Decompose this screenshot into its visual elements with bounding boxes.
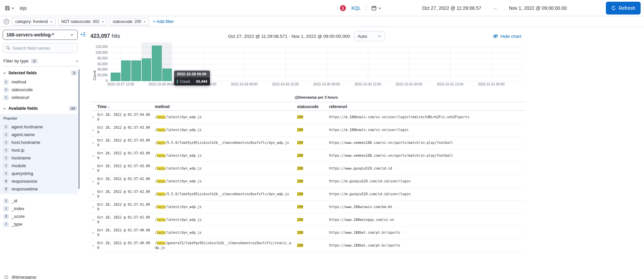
field-item[interactable]: tagent.hostname (0, 123, 78, 131)
field-item[interactable]: #responsesize (0, 177, 78, 185)
histogram-bar[interactable] (121, 60, 131, 81)
field-item[interactable]: tmodule (0, 162, 78, 170)
row-expand-toggle[interactable]: › (90, 176, 97, 186)
filter-pill[interactable]: NOT statuscode: 302× (58, 18, 107, 25)
filter-pill[interactable]: category: frontend× (12, 18, 55, 25)
query-bar: 1 KQL Oct 27, 2022 @ 11:29:08.57 → Nov 1… (0, 0, 644, 16)
y-axis-tick: 60,000 (87, 62, 108, 66)
field-item[interactable]: thost.ip (0, 146, 78, 154)
date-range-start[interactable]: Oct 27, 2022 @ 11:29:08.57 (422, 5, 481, 11)
date-picker-button[interactable] (370, 5, 383, 11)
field-name: _type (11, 222, 22, 227)
selected-fields-header[interactable]: Selected fields 3 (3, 71, 77, 75)
row-expand-toggle[interactable]: › (90, 151, 97, 160)
add-filter-button[interactable]: + Add filter (153, 19, 174, 24)
cell-method: /iojs/latest/dyn_wdp.js (155, 177, 297, 185)
field-item[interactable]: tstatuscode (0, 86, 87, 94)
chevron-down-icon (11, 6, 15, 10)
field-item[interactable]: thost.hostname (0, 138, 78, 146)
table-row: ›Oct 28, 2022 @ 01:37:41.000/iojs/latest… (90, 201, 526, 213)
tooltip-row: Count 43,444 (174, 77, 210, 85)
cell-method: /iojs/latest/dyn_wdp.js (155, 164, 297, 173)
highlighted-term: iojs (157, 218, 165, 222)
highlighted-term: iojs (157, 205, 165, 209)
sidebar: 188-servers-weblog-* Filter by type 0 Se… (0, 27, 87, 279)
row-expand-toggle[interactable]: › (90, 202, 97, 212)
remove-filter-icon[interactable]: × (50, 20, 52, 24)
column-header-time[interactable]: Time ↓ (97, 102, 155, 111)
field-search-input[interactable] (12, 46, 75, 51)
divider (366, 4, 367, 12)
field-item[interactable]: tagent.name (0, 131, 78, 138)
row-expand-toggle[interactable]: › (90, 240, 97, 250)
x-axis-tick: 2022-11-01 00:00 (478, 82, 504, 86)
row-expand-toggle[interactable]: › (90, 228, 97, 237)
row-expand-toggle[interactable]: › (90, 138, 97, 148)
saved-query-button[interactable] (3, 4, 16, 12)
field-item[interactable]: t_index (0, 205, 87, 212)
date-range-end[interactable]: Nov 1, 2022 @ 09:00:00.00 (509, 5, 567, 11)
histogram-bar[interactable] (142, 58, 152, 81)
footer-fields-list: @timestamp (0, 273, 87, 279)
histogram-bar[interactable] (152, 46, 162, 81)
row-expand-toggle[interactable]: › (90, 112, 97, 122)
table-row: ›Oct 28, 2022 @ 01:37:42.000/iojs/latest… (90, 175, 526, 188)
field-type-badge: t (3, 198, 9, 204)
cell-method: /iojs/latest/dyn_wdp.js (155, 216, 297, 224)
histogram-bar[interactable] (111, 73, 120, 81)
cell-refererurl: https://m.gunqiu520.com/id-id/user/login (329, 177, 526, 185)
cell-statuscode: 200 (297, 126, 329, 134)
cell-time: Oct 28, 2022 @ 01:37:41.000 (97, 201, 155, 213)
tooltip-header: 2022-10-28 00:00 (174, 71, 210, 77)
gridline (110, 58, 522, 59)
cell-refererurl: https://m.gunqiu520.com/id-id/user/login (329, 190, 526, 198)
index-pattern-select[interactable]: 188-servers-weblog-* (3, 30, 78, 40)
collapse-sidebar-button[interactable] (80, 32, 86, 37)
kql-button[interactable]: KQL (349, 5, 363, 11)
filter-menu-button[interactable] (3, 19, 9, 25)
column-header-statuscode[interactable]: statuscode (297, 102, 329, 111)
expand-row-icon: › (92, 192, 94, 197)
column-title-time: Time (97, 104, 107, 109)
sidebar-scrollbar[interactable] (78, 69, 80, 189)
filter-pill[interactable]: statuscode: 200× (110, 18, 149, 25)
field-type-badge: t (3, 124, 9, 130)
highlighted-term: iojs (157, 154, 165, 157)
field-item[interactable]: trefererurl (0, 94, 87, 101)
row-expand-toggle[interactable]: › (90, 215, 97, 225)
field-item[interactable]: @timestamp (0, 273, 87, 279)
gridline (327, 45, 327, 81)
remove-filter-icon[interactable]: × (144, 20, 146, 24)
available-fields-header[interactable]: Available fields 44 (3, 106, 77, 111)
histogram-bar[interactable] (131, 60, 141, 81)
highlighted-term: 200 (297, 167, 303, 170)
hide-chart-button[interactable]: Hide chart (493, 33, 521, 39)
chevron-down-icon (3, 71, 6, 75)
field-name: _index (11, 206, 24, 211)
column-header-refererurl[interactable]: refererurl (329, 102, 526, 111)
field-item[interactable]: #responsetime (0, 185, 78, 193)
field-type-badge: t (3, 155, 9, 161)
row-expand-toggle[interactable]: › (90, 163, 97, 173)
remove-filter-icon[interactable]: × (102, 20, 104, 24)
y-axis-tick: 120,000 (87, 45, 108, 49)
x-axis-tick: 2022-10-29 12:00 (272, 82, 299, 86)
histogram-bar[interactable] (162, 69, 172, 81)
field-item[interactable]: tquerystring (0, 170, 78, 177)
field-item[interactable]: tmethod (0, 78, 87, 86)
interval-select[interactable]: Auto (354, 31, 385, 41)
gridline (110, 64, 522, 65)
field-item[interactable]: thostname (0, 154, 78, 162)
row-expand-toggle[interactable]: › (90, 125, 97, 135)
query-input[interactable] (20, 0, 337, 16)
refresh-button[interactable]: Refresh (606, 2, 641, 15)
column-header-method[interactable]: method (155, 102, 297, 111)
field-item[interactable]: t_id (0, 197, 87, 205)
table-header: Time ↓ method statuscode refererurl (90, 102, 526, 111)
field-type-badge: t (3, 132, 9, 137)
row-expand-toggle[interactable]: › (90, 189, 97, 199)
field-item[interactable]: t_type (0, 220, 87, 228)
field-item[interactable]: #_score (0, 212, 87, 220)
field-name: statuscode (11, 87, 33, 92)
filter-by-type-button[interactable]: Filter by type 0 (3, 56, 80, 67)
